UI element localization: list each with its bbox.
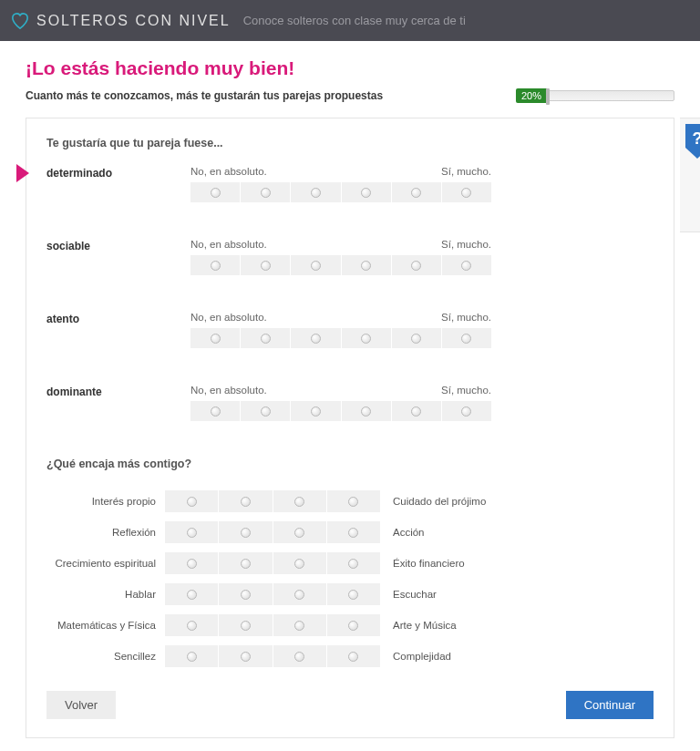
radio-option[interactable] — [442, 328, 491, 348]
radio-option[interactable] — [392, 255, 442, 275]
radio-option[interactable] — [273, 645, 327, 667]
radio-option[interactable] — [165, 645, 219, 667]
scale-high-label: Sí, mucho. — [441, 312, 491, 323]
radio-option[interactable] — [273, 490, 327, 512]
radio-option[interactable] — [442, 255, 491, 275]
bipolar-left-label: Sencillez — [46, 651, 165, 662]
bipolar-right-label: Arte y Música — [380, 620, 526, 631]
radio-scale — [165, 521, 380, 543]
radio-scale — [165, 645, 380, 667]
continue-button[interactable]: Continuar — [566, 691, 654, 719]
scale-high-label: Sí, mucho. — [441, 166, 491, 177]
radio-option[interactable] — [342, 255, 392, 275]
question-row: sociable No, en absoluto. Sí, mucho. — [46, 239, 654, 275]
radio-option[interactable] — [219, 614, 273, 636]
question-row: dominante No, en absoluto. Sí, mucho. — [46, 385, 654, 421]
bipolar-right-label: Escuchar — [380, 589, 526, 600]
question-row: determinado No, en absoluto. Sí, mucho. — [46, 166, 654, 202]
radio-option[interactable] — [327, 521, 380, 543]
radio-option[interactable] — [190, 328, 241, 348]
radio-option[interactable] — [442, 182, 491, 202]
bipolar-row: Crecimiento espiritual Éxito financiero — [46, 552, 654, 574]
question-row: atento No, en absoluto. Sí, mucho. — [46, 312, 654, 348]
bipolar-left-label: Reflexión — [46, 527, 165, 538]
radio-option[interactable] — [273, 521, 327, 543]
radio-option[interactable] — [190, 401, 241, 421]
radio-option[interactable] — [392, 328, 442, 348]
radio-option[interactable] — [291, 328, 341, 348]
question-mark-icon: ? — [684, 124, 700, 157]
radio-option[interactable] — [291, 255, 341, 275]
bipolar-right-label: Cuidado del prójimo — [380, 496, 526, 507]
radio-option[interactable] — [342, 328, 392, 348]
radio-option[interactable] — [342, 401, 392, 421]
progress-percent: 20% — [516, 88, 547, 103]
info-panel: ? Tus respuestas serán utilizadas en nue… — [680, 118, 700, 232]
bipolar-right-label: Éxito financiero — [380, 558, 526, 569]
progress-bar — [547, 90, 674, 101]
progress-marker — [546, 88, 550, 105]
radio-option[interactable] — [392, 401, 442, 421]
app-header: SOLTEROS CON NIVEL Conoce solteros con c… — [0, 0, 700, 41]
bipolar-row: Reflexión Acción — [46, 521, 654, 543]
question-label: atento — [46, 312, 190, 348]
radio-option[interactable] — [327, 614, 380, 636]
radio-option[interactable] — [241, 328, 291, 348]
radio-option[interactable] — [442, 401, 491, 421]
radio-option[interactable] — [327, 583, 380, 605]
page-title: ¡Lo estás haciendo muy bien! — [26, 57, 674, 79]
scale-high-label: Sí, mucho. — [441, 239, 491, 250]
scale-low-label: No, en absoluto. — [190, 239, 267, 250]
radio-option[interactable] — [165, 583, 219, 605]
radio-option[interactable] — [165, 614, 219, 636]
radio-scale — [190, 401, 491, 421]
radio-option[interactable] — [327, 490, 380, 512]
bipolar-right-label: Acción — [380, 527, 526, 538]
radio-option[interactable] — [165, 521, 219, 543]
radio-option[interactable] — [327, 645, 380, 667]
scale-low-label: No, en absoluto. — [190, 385, 267, 396]
radio-option[interactable] — [219, 645, 273, 667]
bipolar-right-label: Complejidad — [380, 651, 526, 662]
radio-option[interactable] — [219, 521, 273, 543]
radio-scale — [190, 255, 491, 275]
brand-name: SOLTEROS CON NIVEL — [36, 13, 231, 29]
back-button[interactable]: Volver — [46, 691, 116, 719]
bipolar-row: Hablar Escuchar — [46, 583, 654, 605]
radio-scale — [165, 583, 380, 605]
radio-option[interactable] — [327, 552, 380, 574]
page-subtitle: Cuanto más te conozcamos, más te gustará… — [26, 89, 383, 102]
radio-option[interactable] — [219, 552, 273, 574]
radio-option[interactable] — [291, 182, 341, 202]
section1-heading: Te gustaría que tu pareja fuese... — [46, 137, 654, 149]
radio-option[interactable] — [392, 182, 442, 202]
radio-option[interactable] — [273, 583, 327, 605]
radio-option[interactable] — [273, 614, 327, 636]
bipolar-row: Interés propio Cuidado del prójimo — [46, 490, 654, 512]
radio-option[interactable] — [342, 182, 392, 202]
radio-scale — [190, 328, 491, 348]
radio-option[interactable] — [241, 182, 291, 202]
radio-scale — [165, 614, 380, 636]
question-label: sociable — [46, 239, 190, 275]
radio-option[interactable] — [165, 490, 219, 512]
radio-option[interactable] — [241, 401, 291, 421]
radio-option[interactable] — [273, 552, 327, 574]
question-label: dominante — [46, 385, 190, 421]
bipolar-row: Sencillez Complejidad — [46, 645, 654, 667]
radio-option[interactable] — [190, 182, 241, 202]
brand-tagline: Conoce solteros con clase muy cerca de t… — [243, 14, 466, 27]
heart-logo-icon — [11, 13, 29, 29]
radio-option[interactable] — [241, 255, 291, 275]
radio-option[interactable] — [219, 583, 273, 605]
scale-low-label: No, en absoluto. — [190, 312, 267, 323]
bipolar-left-label: Hablar — [46, 589, 165, 600]
bipolar-left-label: Interés propio — [46, 496, 165, 507]
radio-option[interactable] — [165, 552, 219, 574]
radio-option[interactable] — [219, 490, 273, 512]
bipolar-left-label: Matemáticas y Física — [46, 620, 165, 631]
radio-option[interactable] — [291, 401, 341, 421]
questionnaire-card: Te gustaría que tu pareja fuese... deter… — [26, 118, 674, 738]
radio-scale — [165, 490, 380, 512]
radio-option[interactable] — [190, 255, 241, 275]
